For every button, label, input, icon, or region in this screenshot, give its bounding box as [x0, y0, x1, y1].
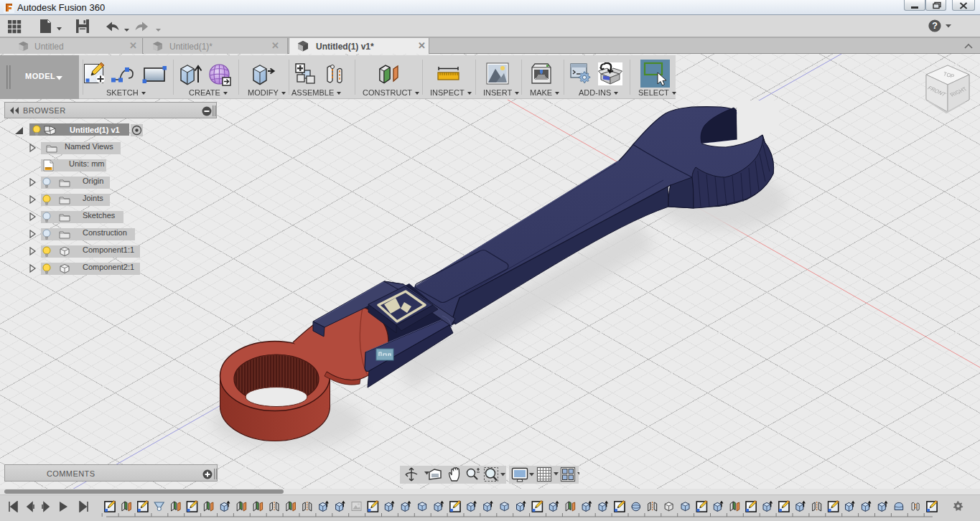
svg-text:?: ?: [932, 21, 938, 31]
